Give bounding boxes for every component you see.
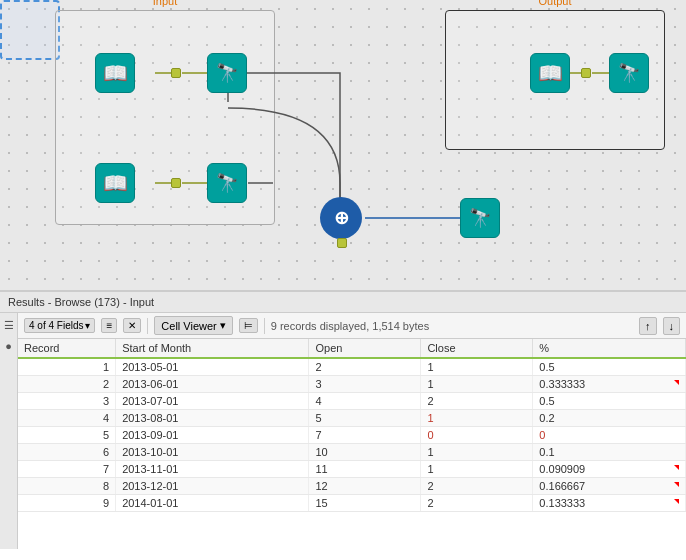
cell-date: 2013-06-01 <box>116 376 309 393</box>
cell-close: 1 <box>421 358 533 376</box>
connector-output <box>581 68 591 78</box>
table-row[interactable]: 62013-10-011010.1 <box>18 444 686 461</box>
cell-close: 1 <box>421 444 533 461</box>
results-left-strip: ☰ ● <box>0 313 18 549</box>
browse-icon-output: 🔭 <box>618 62 640 84</box>
cell-close: 2 <box>421 495 533 512</box>
cell-date: 2013-12-01 <box>116 478 309 495</box>
cell-pct: 0.090909 <box>533 461 686 478</box>
close-config-button[interactable]: ✕ <box>123 318 141 333</box>
records-info: 9 records displayed, 1,514 bytes <box>271 320 633 332</box>
cell-date: 2013-05-01 <box>116 358 309 376</box>
output-label: Output <box>538 0 571 7</box>
circle-icon[interactable]: ● <box>5 340 12 352</box>
cell-open: 12 <box>309 478 421 495</box>
col-header-record: Record <box>18 339 116 358</box>
sort-config-button[interactable]: ≡ <box>101 318 117 333</box>
cell-pct: 0.2 <box>533 410 686 427</box>
browse-icon-selected: 🔭 <box>469 207 491 229</box>
browse-node-1[interactable]: 🔭 <box>207 53 247 93</box>
browse-icon-2: 🔭 <box>216 172 238 194</box>
chevron-down-icon: ▾ <box>85 320 90 331</box>
book-icon-2: 📖 <box>103 171 128 195</box>
table-row[interactable]: 72013-11-011110.090909 <box>18 461 686 478</box>
table-row[interactable]: 92014-01-011520.133333 <box>18 495 686 512</box>
table-row[interactable]: 52013-09-01700 <box>18 427 686 444</box>
red-triangle-icon <box>674 499 679 504</box>
table-body: 12013-05-01210.522013-06-01310.333333320… <box>18 358 686 512</box>
filter-icon-btn[interactable]: ⊨ <box>239 318 258 333</box>
connector-2 <box>171 178 181 188</box>
col-header-close: Close <box>421 339 533 358</box>
cell-open: 5 <box>309 410 421 427</box>
table-header: Record Start of Month Open Close % <box>18 339 686 358</box>
col-header-pct: % <box>533 339 686 358</box>
browse-node-2[interactable]: 🔭 <box>207 163 247 203</box>
cell-record: 8 <box>18 478 116 495</box>
cell-open: 2 <box>309 358 421 376</box>
table-row[interactable]: 12013-05-01210.5 <box>18 358 686 376</box>
fields-dropdown[interactable]: 4 of 4 Fields ▾ <box>24 318 95 333</box>
results-content: 4 of 4 Fields ▾ ≡ ✕ Cell Viewer ▾ ⊨ 9 re… <box>18 313 686 549</box>
results-header: Results - Browse (173) - Input <box>0 292 686 313</box>
cell-close: 0 <box>421 427 533 444</box>
book-icon-output: 📖 <box>538 61 563 85</box>
cell-open: 3 <box>309 376 421 393</box>
selected-node-box[interactable] <box>0 0 60 60</box>
cell-record: 4 <box>18 410 116 427</box>
cell-close: 1 <box>421 461 533 478</box>
cell-viewer-dropdown[interactable]: Cell Viewer ▾ <box>154 316 232 335</box>
cell-record: 6 <box>18 444 116 461</box>
cell-open: 4 <box>309 393 421 410</box>
cell-date: 2013-11-01 <box>116 461 309 478</box>
cell-close: 1 <box>421 410 533 427</box>
toolbar-divider-1 <box>147 318 148 334</box>
fields-label: 4 of 4 Fields <box>29 320 83 331</box>
cell-close: 2 <box>421 393 533 410</box>
cell-pct: 0.166667 <box>533 478 686 495</box>
cell-date: 2013-09-01 <box>116 427 309 444</box>
cell-pct: 0.133333 <box>533 495 686 512</box>
scroll-up-button[interactable]: ↑ <box>639 317 657 335</box>
input-label: Input <box>153 0 177 7</box>
table-wrapper[interactable]: Record Start of Month Open Close % 12013… <box>18 339 686 549</box>
union-connector <box>337 238 347 248</box>
toolbar-divider-2 <box>264 318 265 334</box>
cell-record: 9 <box>18 495 116 512</box>
table-row[interactable]: 82013-12-011220.166667 <box>18 478 686 495</box>
browse-node-output[interactable]: 🔭 <box>609 53 649 93</box>
cell-pct: 0.1 <box>533 444 686 461</box>
cell-close: 2 <box>421 478 533 495</box>
table-row[interactable]: 42013-08-01510.2 <box>18 410 686 427</box>
browse-icon-1: 🔭 <box>216 62 238 84</box>
cell-pct: 0 <box>533 427 686 444</box>
cell-open: 15 <box>309 495 421 512</box>
cell-viewer-chevron: ▾ <box>220 319 226 332</box>
results-toolbar: 4 of 4 Fields ▾ ≡ ✕ Cell Viewer ▾ ⊨ 9 re… <box>18 313 686 339</box>
cell-record: 5 <box>18 427 116 444</box>
browse-node-selected[interactable]: 🔭 <box>460 198 500 238</box>
red-triangle-icon <box>674 380 679 385</box>
book-node-1[interactable]: 📖 <box>95 53 135 93</box>
results-body: ☰ ● 4 of 4 Fields ▾ ≡ ✕ Cell Viewer ▾ ⊨ … <box>0 313 686 549</box>
workflow-canvas[interactable]: Input Output 📖 🔭 📖 <box>0 0 686 290</box>
cell-date: 2013-10-01 <box>116 444 309 461</box>
list-icon[interactable]: ☰ <box>4 319 14 332</box>
book-icon-1: 📖 <box>103 61 128 85</box>
cell-pct: 0.5 <box>533 393 686 410</box>
cell-open: 7 <box>309 427 421 444</box>
red-triangle-icon <box>674 482 679 487</box>
cell-date: 2014-01-01 <box>116 495 309 512</box>
cell-pct: 0.5 <box>533 358 686 376</box>
table-row[interactable]: 32013-07-01420.5 <box>18 393 686 410</box>
connector-1 <box>171 68 181 78</box>
cell-record: 1 <box>18 358 116 376</box>
book-node-output[interactable]: 📖 <box>530 53 570 93</box>
table-row[interactable]: 22013-06-01310.333333 <box>18 376 686 393</box>
book-node-2[interactable]: 📖 <box>95 163 135 203</box>
scroll-down-button[interactable]: ↓ <box>663 317 681 335</box>
cell-close: 1 <box>421 376 533 393</box>
cell-date: 2013-07-01 <box>116 393 309 410</box>
red-triangle-icon <box>674 465 679 470</box>
union-node[interactable]: ⊕ <box>320 197 362 239</box>
